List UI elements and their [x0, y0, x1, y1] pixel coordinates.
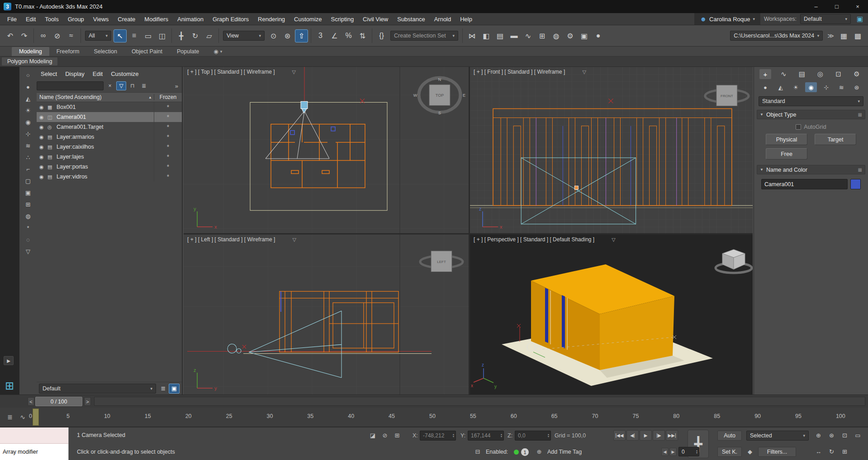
display-materials-icon[interactable]: ◍: [22, 211, 34, 221]
explorer-column-header[interactable]: Name (Sorted Ascending) ▲ Frozen: [37, 92, 182, 102]
add-time-tag-label[interactable]: Add Time Tag: [547, 449, 582, 455]
bind-to-spacewarp-icon[interactable]: ≈: [65, 29, 78, 42]
toolbar-overflow-icon[interactable]: ≫: [827, 32, 834, 39]
utilities-tab-icon[interactable]: ⚙: [851, 69, 863, 79]
motion-tab-icon[interactable]: ◎: [814, 69, 826, 79]
timeline-tick[interactable]: 70: [592, 413, 598, 419]
mini-curve-editor-icon[interactable]: ∿: [17, 411, 28, 423]
visibility-eye-icon[interactable]: ◉: [39, 174, 47, 180]
scene-object-row[interactable]: ◉ ◫ Camera001 *: [37, 112, 182, 122]
left-viewport-canvas[interactable]: z y LEFT: [184, 235, 469, 394]
previous-frame-arrow[interactable]: <: [28, 397, 34, 406]
ribbon-config-button[interactable]: ◉ ▾: [211, 47, 225, 56]
display-spacewarps-icon[interactable]: ≋: [22, 140, 34, 151]
ribbon-tab[interactable]: Selection: [86, 47, 124, 56]
scene-object-row[interactable]: ◉ ▦ Box001 *: [37, 102, 182, 112]
time-slider-handle[interactable]: 0 / 100: [35, 397, 82, 406]
timeline-tick[interactable]: 35: [307, 413, 313, 419]
layer-explorer-icon[interactable]: ≣: [158, 384, 169, 394]
display-none-icon[interactable]: ○: [22, 70, 34, 80]
scene-object-row[interactable]: ◉ ▤ Layer:lajes *: [37, 152, 182, 162]
front-viewport-canvas[interactable]: z x FRONT: [470, 67, 753, 233]
timeline-tick[interactable]: 55: [470, 413, 476, 419]
previous-key-button[interactable]: ◀: [661, 448, 669, 456]
angle-snap-icon[interactable]: ∠: [328, 29, 341, 42]
key-filters-key-icon[interactable]: ◆: [745, 446, 755, 457]
object-type-button[interactable]: Target: [815, 134, 856, 145]
menu-item[interactable]: Arnold: [430, 13, 456, 25]
selection-filter-dropdown[interactable]: All▾: [85, 31, 111, 41]
viewport-top-label[interactable]: [ + ] [ Top ] [ Standard ] [ Wireframe ]…: [187, 69, 296, 75]
object-type-button[interactable]: Free: [766, 148, 807, 160]
menu-item[interactable]: Create: [113, 13, 140, 25]
z-coordinate-field[interactable]: 0,0 ▴▾: [515, 431, 551, 441]
frozen-toggle-icon[interactable]: *: [154, 132, 182, 142]
selected-filter-dropdown[interactable]: Selected ▾: [746, 431, 809, 441]
timeline-tick[interactable]: 85: [714, 413, 720, 419]
shapes-category-icon[interactable]: ◭: [775, 82, 787, 92]
display-shapes-icon[interactable]: ◭: [22, 93, 34, 104]
menu-item[interactable]: Animation: [173, 13, 208, 25]
menu-item[interactable]: Rendering: [253, 13, 289, 25]
viewport-filter-icon[interactable]: ▽: [292, 69, 296, 75]
add-time-tag-icon[interactable]: ⊕: [534, 446, 545, 457]
systems-category-icon[interactable]: ⊛: [851, 82, 863, 92]
menu-item[interactable]: Customize: [289, 13, 326, 25]
undo-icon[interactable]: ↶: [4, 29, 17, 42]
select-and-scale-icon[interactable]: ▱: [203, 29, 216, 42]
workspace-icon[interactable]: ▣: [854, 14, 865, 24]
y-coordinate-field[interactable]: 167,144 ▴▾: [468, 431, 504, 441]
set-key-button[interactable]: Set K.: [717, 447, 742, 457]
visibility-eye-icon[interactable]: ◉: [39, 134, 47, 140]
display-particles-icon[interactable]: ∴: [22, 152, 34, 163]
go-to-start-button[interactable]: |◀◀: [613, 430, 626, 441]
timeline-tick[interactable]: 50: [429, 413, 436, 419]
workspace-grid-icon[interactable]: ▩: [851, 29, 864, 42]
timeline-tick[interactable]: 5: [66, 413, 70, 419]
menu-item[interactable]: Views: [89, 13, 113, 25]
viewport-front-label[interactable]: [ + ] [ Front ] [ Standard ] [ Wireframe…: [474, 69, 586, 75]
timeline-tick[interactable]: 20: [185, 413, 192, 419]
key-filters-button[interactable]: Filters...: [758, 447, 796, 457]
frozen-toggle-icon[interactable]: *: [154, 102, 182, 112]
search-filter-icon[interactable]: ▽: [116, 81, 126, 90]
explorer-menu-item[interactable]: Customize: [107, 70, 142, 77]
ribbon-tab[interactable]: Freeform: [49, 47, 87, 56]
zoom-region-icon[interactable]: ▭: [852, 430, 864, 441]
menu-item[interactable]: Group: [63, 13, 89, 25]
viewport-filter-icon[interactable]: ▽: [292, 237, 296, 243]
absolute-mode-icon[interactable]: ⊞: [392, 430, 403, 441]
scene-object-row[interactable]: ◉ ◎ Camera001.Target *: [37, 122, 182, 132]
geometry-category-icon[interactable]: ●: [759, 82, 771, 92]
timeline-tick[interactable]: 45: [389, 413, 395, 419]
reference-coordinate-dropdown[interactable]: View▾: [223, 31, 265, 41]
ribbon-tab[interactable]: Modeling: [12, 47, 49, 56]
open-explorer-grid-icon[interactable]: ▦: [837, 29, 850, 42]
auto-key-button[interactable]: Auto: [717, 431, 742, 441]
user-account-menu[interactable]: ☻ Carolina Roque ▾: [694, 13, 760, 25]
timeline-tick[interactable]: 90: [754, 413, 761, 419]
select-and-move-icon[interactable]: ╋: [175, 29, 188, 42]
expand-panel-button[interactable]: ▶: [4, 356, 14, 365]
track-layers-icon[interactable]: ≣: [5, 411, 15, 423]
clear-search-icon[interactable]: ×: [105, 81, 115, 90]
helpers-category-icon[interactable]: ⊹: [821, 82, 832, 92]
frozen-toggle-icon[interactable]: *: [154, 112, 182, 122]
go-to-end-button[interactable]: ▶▶|: [666, 430, 678, 441]
listener-script-line[interactable]: Array modifier: [0, 444, 68, 460]
display-geometry-icon[interactable]: ●: [22, 81, 34, 92]
timeline-tick[interactable]: 95: [795, 413, 802, 419]
menu-item[interactable]: Tools: [40, 13, 63, 25]
hierarchy-tab-icon[interactable]: ▤: [796, 69, 808, 79]
object-type-button[interactable]: Physical: [766, 134, 807, 145]
display-groups-icon[interactable]: ▣: [22, 187, 34, 198]
object-class-dropdown[interactable]: Standard ▾: [759, 96, 863, 106]
display-frozen-icon[interactable]: *: [22, 222, 34, 233]
unlink-selection-icon[interactable]: ⊘: [51, 29, 64, 42]
play-button[interactable]: ▶: [640, 430, 652, 441]
lights-category-icon[interactable]: ☀: [790, 82, 802, 92]
viewcube[interactable]: TOP N S W E: [413, 77, 465, 115]
filter-config-icon[interactable]: ▽: [22, 246, 34, 257]
snap-toggle-3d-icon[interactable]: 3: [314, 29, 327, 42]
visibility-eye-icon[interactable]: ◉: [39, 114, 47, 120]
